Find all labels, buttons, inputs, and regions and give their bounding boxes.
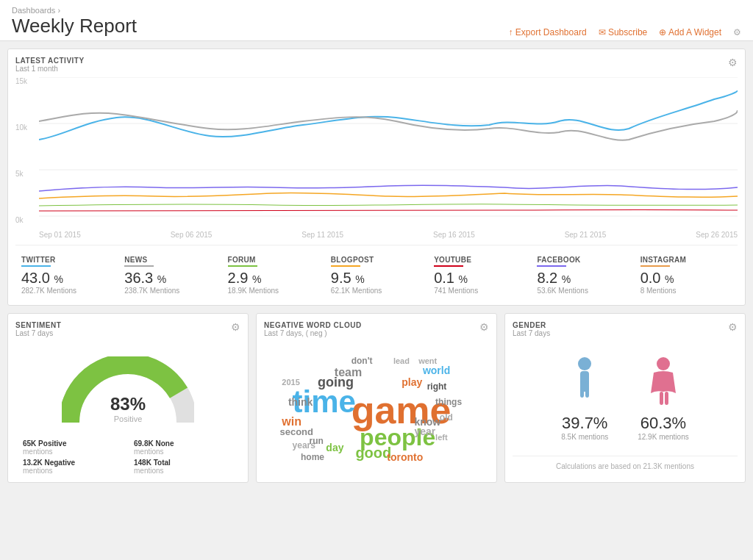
sentiment-positive: 65K Positivementions: [23, 439, 122, 456]
word-think: think: [288, 396, 313, 408]
word-cloud-settings-icon[interactable]: ⚙: [479, 321, 489, 333]
breadcrumb: Dashboards ›: [12, 6, 137, 15]
export-icon: ↑: [508, 27, 515, 37]
word-toronto: toronto: [387, 451, 423, 463]
gauge-label: Positive: [110, 414, 146, 423]
source-line: [228, 265, 257, 267]
widget-settings-icon[interactable]: ⚙: [728, 57, 738, 68]
mail-icon: ✉: [599, 27, 608, 37]
sentiment-negative: 13.2K Negativementions: [23, 459, 122, 475]
source-line: [124, 265, 154, 267]
x-label-sep01: Sep 01 2015: [39, 231, 81, 239]
word-cloud-title: NEGATIVE WORD CLOUD: [264, 321, 362, 329]
sentiment-none: 69.8K Nonementions: [134, 439, 233, 456]
male-mentions: 8.5K mentions: [561, 433, 608, 441]
source-line: [331, 265, 360, 267]
word-world: world: [423, 365, 450, 376]
source-line: [640, 265, 670, 267]
y-label-0k: 0k: [15, 216, 38, 224]
sentiment-settings-icon[interactable]: ⚙: [231, 321, 240, 333]
gender-note: Calculations are based on 21.3K mentions: [513, 456, 738, 470]
word-went: went: [418, 356, 437, 365]
word-old: old: [440, 412, 453, 423]
x-label-sep11: Sep 11 2015: [301, 231, 343, 239]
word-team: team: [335, 366, 362, 379]
bottom-row: SENTIMENT Last 7 days ⚙ 83% Positive: [7, 313, 746, 483]
gender-title: GENDER: [513, 321, 550, 329]
svg-rect-6: [580, 381, 584, 398]
latest-activity-widget: LATEST ACTIVITY Last 1 month ⚙ 15k 10k 5…: [7, 49, 746, 306]
gender-settings-icon[interactable]: ⚙: [728, 321, 738, 333]
gender-male: 39.7% 8.5K mentions: [561, 356, 608, 441]
main-content: LATEST ACTIVITY Last 1 month ⚙ 15k 10k 5…: [0, 41, 753, 490]
word-good: good: [355, 444, 391, 461]
gender-subtitle: Last 7 days: [513, 329, 550, 337]
page-title: Weekly Report: [12, 15, 137, 37]
word-lead: lead: [393, 356, 410, 365]
header-actions: ↑ Export Dashboard ✉ Subscribe ⊕ Add A W…: [508, 27, 741, 37]
y-label-10k: 10k: [15, 123, 38, 132]
gauge-percent: 83%: [110, 394, 146, 414]
word-second: second: [279, 426, 313, 437]
source-line: [21, 265, 51, 267]
x-label-sep21: Sep 21 2015: [565, 231, 607, 239]
svg-point-4: [578, 357, 591, 370]
female-icon: [646, 356, 680, 408]
female-pct: 60.3%: [638, 414, 689, 433]
word-home: home: [301, 452, 324, 462]
gender-female: 60.3% 12.9K mentions: [638, 356, 689, 441]
plus-icon: ⊕: [659, 27, 668, 37]
word-run: run: [309, 436, 323, 446]
source-instagram: INSTAGRAM 0.0 % 8 Mentions: [635, 253, 738, 298]
sentiment-widget: SENTIMENT Last 7 days ⚙ 83% Positive: [7, 313, 249, 483]
y-label-15k: 15k: [15, 77, 38, 85]
word-cloud-widget: NEGATIVE WORD CLOUD Last 7 days, ( neg )…: [256, 313, 497, 483]
word-left: left: [435, 433, 448, 442]
word-: 2015: [282, 378, 299, 387]
word-things: things: [435, 397, 462, 407]
sentiment-total: 148K Totalmentions: [134, 459, 233, 475]
sentiment-title: SENTIMENT: [15, 321, 61, 329]
subscribe-button[interactable]: ✉ Subscribe: [599, 27, 648, 37]
source-forum: FORUM 2.9 % 18.9K Mentions: [222, 253, 325, 298]
x-label-sep06: Sep 06 2015: [171, 231, 213, 239]
word-play: play: [402, 376, 422, 388]
svg-rect-7: [585, 381, 589, 398]
svg-rect-10: [665, 392, 668, 405]
add-widget-button[interactable]: ⊕ Add A Widget: [659, 27, 721, 37]
x-label-sep16: Sep 16 2015: [433, 231, 475, 239]
svg-rect-9: [660, 392, 663, 405]
activity-chart: [39, 77, 738, 217]
source-twitter: TWITTER 43.0 % 282.7K Mentions: [15, 253, 118, 298]
latest-activity-subtitle: Last 1 month: [15, 65, 85, 73]
source-facebook: FACEBOOK 8.2 % 53.6K Mentions: [531, 253, 634, 298]
word-year: year: [414, 426, 435, 437]
settings-icon[interactable]: ⚙: [733, 27, 741, 37]
word-cloud-subtitle: Last 7 days, ( neg ): [264, 329, 362, 337]
svg-point-8: [657, 357, 670, 370]
export-button[interactable]: ↑ Export Dashboard: [508, 27, 586, 37]
word-dont: don't: [351, 356, 373, 366]
gender-section: 39.7% 8.5K mentions 60.3% 12.9K mentions: [513, 342, 738, 448]
gender-widget: GENDER Last 7 days ⚙ 39.7%: [504, 313, 746, 483]
male-icon: [570, 356, 599, 408]
male-pct: 39.7%: [561, 414, 608, 433]
source-line: [434, 265, 463, 267]
word-cloud-area: gametimepeoplegoingthinkwinsecondgoodkno…: [264, 342, 489, 474]
source-line: [537, 265, 566, 267]
latest-activity-title: LATEST ACTIVITY: [15, 57, 85, 65]
y-label-5k: 5k: [15, 170, 38, 178]
x-label-sep26: Sep 26 2015: [696, 231, 738, 239]
header: Dashboards › Weekly Report ↑ Export Dash…: [0, 0, 753, 41]
source-news: NEWS 36.3 % 238.7K Mentions: [118, 253, 221, 298]
word-day: day: [326, 442, 343, 453]
source-youtube: YOUTUBE 0.1 % 741 Mentions: [428, 253, 531, 298]
sources-row: TWITTER 43.0 % 282.7K Mentions NEWS 36.3…: [15, 245, 738, 298]
sentiment-subtitle: Last 7 days: [15, 329, 61, 337]
source-blogpost: BLOGPOST 9.5 % 62.1K Mentions: [325, 253, 428, 298]
female-mentions: 12.9K mentions: [638, 433, 689, 441]
word-right: right: [427, 381, 447, 392]
